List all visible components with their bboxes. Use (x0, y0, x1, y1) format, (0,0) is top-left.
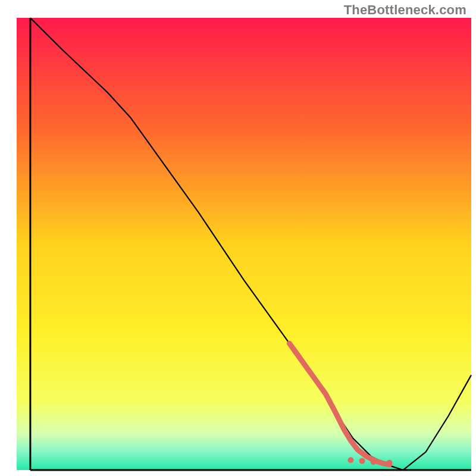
highlight-dot (348, 457, 354, 463)
chart-frame: TheBottleneck.com (0, 0, 476, 476)
highlight-dot (387, 460, 393, 466)
highlight-dot (359, 458, 365, 464)
highlight-dot (371, 459, 377, 465)
bottleneck-plot (0, 0, 476, 476)
plot-background (17, 18, 471, 470)
